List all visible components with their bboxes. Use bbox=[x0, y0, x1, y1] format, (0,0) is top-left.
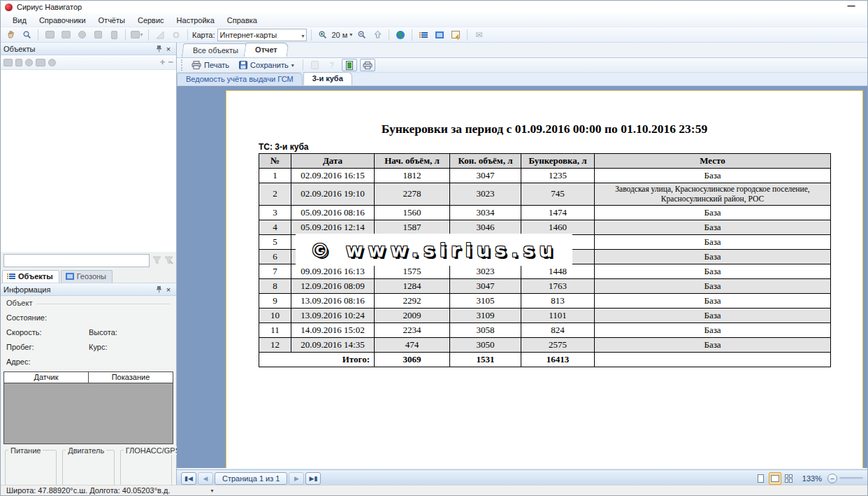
table-cell: 12 bbox=[259, 337, 291, 352]
table-cell: База bbox=[595, 220, 831, 234]
table-cell: База bbox=[595, 264, 831, 278]
pin-icon[interactable] bbox=[154, 44, 164, 54]
zoom-scale-dropdown-icon[interactable]: ▾ bbox=[349, 31, 352, 38]
table-col-header: Кон. объём, л bbox=[450, 154, 521, 169]
menu-view[interactable]: Вид bbox=[6, 14, 33, 27]
table-cell: 1284 bbox=[375, 278, 450, 293]
report-status-bar: ▮◀ ◀ Страница 1 из 1 ▶ ▶▮ 133% − bbox=[177, 469, 867, 486]
table-cell: 09.09.2016 16:13 bbox=[291, 264, 375, 278]
collapse-all-icon[interactable]: − bbox=[168, 59, 173, 66]
table-cell: 1474 bbox=[521, 205, 595, 220]
report-title: Бункеровки за период с 01.09.2016 00:00 … bbox=[226, 122, 862, 136]
report-toolbar: Печать Сохранить ▾ ? bbox=[177, 58, 867, 73]
prev-page-button[interactable]: ◀ bbox=[198, 472, 213, 485]
menu-service[interactable]: Сервис bbox=[131, 14, 171, 27]
table-cell: 3047 bbox=[450, 278, 521, 293]
image-select-icon bbox=[43, 29, 57, 41]
table-col-header: Дата bbox=[291, 154, 375, 169]
report-subtitle: ТС: 3-и куба bbox=[259, 142, 862, 152]
zoom-out-button[interactable]: − bbox=[827, 474, 837, 483]
status-dropdown-icon[interactable]: ▾ bbox=[210, 488, 213, 494]
clear-filter-icon bbox=[164, 256, 173, 264]
page-view-button[interactable] bbox=[342, 59, 357, 71]
menu-help[interactable]: Справка bbox=[221, 14, 263, 27]
pan-hand-icon[interactable] bbox=[3, 29, 17, 41]
total-label: Итого: bbox=[259, 352, 375, 367]
vehicle-icon bbox=[36, 59, 45, 66]
print-button[interactable]: Печать bbox=[188, 59, 233, 71]
object-filter-input[interactable] bbox=[3, 254, 150, 267]
edit-notes-icon[interactable] bbox=[449, 29, 463, 41]
print-setup-button[interactable] bbox=[360, 59, 375, 71]
table-row: 812.09.2016 08:09128430471763База bbox=[259, 278, 831, 293]
report-page: Бункеровки за период с 01.09.2016 00:00 … bbox=[226, 90, 863, 468]
table-cell: База bbox=[595, 249, 831, 264]
main-tab-strip: Все объекты Отчет bbox=[177, 43, 867, 58]
tab-geozones[interactable]: Геозоны bbox=[61, 270, 113, 283]
close-icon[interactable]: × bbox=[164, 285, 173, 295]
tab-3i-kuba[interactable]: 3-и куба bbox=[303, 72, 352, 85]
zoom-out-icon[interactable] bbox=[354, 29, 368, 41]
report-table-body: 102.09.2016 16:15181230471235База202.09.… bbox=[259, 169, 831, 367]
tab-report[interactable]: Отчет bbox=[243, 43, 289, 57]
table-cell: 824 bbox=[521, 323, 595, 337]
table-cell: 745 bbox=[521, 183, 595, 206]
multi-page-view-icon[interactable] bbox=[783, 472, 795, 485]
track-globe-icon bbox=[25, 59, 33, 66]
table-cell: База bbox=[595, 323, 831, 337]
table-cell: 2234 bbox=[375, 323, 450, 337]
search-row bbox=[1, 252, 176, 269]
menu-settings[interactable]: Настройка bbox=[171, 14, 221, 27]
home-icon[interactable] bbox=[370, 29, 384, 41]
close-icon[interactable]: × bbox=[164, 44, 173, 54]
course-label: Курс: bbox=[89, 343, 107, 351]
map-select[interactable]: Интернет-карты ▾ bbox=[217, 29, 307, 41]
tab-fuel-sheet[interactable]: Ведомость учёта выдачи ГСМ bbox=[177, 73, 303, 85]
search-icon[interactable] bbox=[20, 29, 34, 41]
report-viewport[interactable]: Бункеровки за период с 01.09.2016 00:00 … bbox=[177, 86, 867, 468]
app-logo-icon bbox=[5, 3, 13, 11]
info-panel-header: Информация × bbox=[1, 283, 176, 296]
last-page-button[interactable]: ▶▮ bbox=[305, 472, 321, 485]
single-page-view-icon[interactable] bbox=[755, 472, 767, 485]
table-cell: 3034 bbox=[450, 205, 521, 220]
table-cell: 13.09.2016 08:16 bbox=[291, 293, 375, 308]
table-cell: 1460 bbox=[521, 220, 595, 234]
zoom-slider[interactable] bbox=[839, 477, 863, 479]
table-cell: База bbox=[595, 169, 831, 183]
flag-icon bbox=[107, 29, 121, 41]
power-group: Питание bbox=[5, 450, 57, 486]
save-label: Сохранить bbox=[250, 61, 289, 69]
objects-toolbar: + − bbox=[1, 55, 176, 70]
save-button[interactable]: Сохранить ▾ bbox=[236, 59, 298, 71]
watermark: © www.sirius.su bbox=[296, 234, 572, 266]
pin-icon[interactable] bbox=[154, 285, 164, 295]
minimize-button[interactable]: — bbox=[845, 2, 858, 10]
tab-all-objects[interactable]: Все объекты bbox=[182, 43, 250, 57]
zoom-percent: 133% bbox=[802, 474, 822, 483]
object-group-label: Объект bbox=[6, 299, 32, 307]
first-page-button[interactable]: ▮◀ bbox=[181, 472, 196, 485]
menu-reports[interactable]: Отчёты bbox=[92, 14, 131, 27]
geozone-icon[interactable] bbox=[433, 29, 447, 41]
expand-all-icon[interactable]: + bbox=[160, 59, 166, 66]
menu-directories[interactable]: Справочники bbox=[33, 14, 92, 27]
tab-objects[interactable]: Объекты bbox=[2, 270, 59, 283]
save-dropdown-icon[interactable]: ▾ bbox=[291, 62, 294, 69]
tab-3i-kuba-label: 3-и куба bbox=[312, 74, 343, 83]
fit-width-view-icon[interactable] bbox=[769, 472, 781, 485]
table-cell: База bbox=[595, 308, 831, 323]
export-icon bbox=[308, 59, 322, 71]
geozone-square-icon bbox=[66, 273, 74, 280]
globe-icon[interactable] bbox=[393, 29, 407, 41]
link-icon bbox=[15, 59, 22, 66]
object-list-icon[interactable] bbox=[417, 29, 431, 41]
table-cell: 1101 bbox=[521, 308, 595, 323]
total-value: 1531 bbox=[450, 352, 521, 367]
zoom-scale-value[interactable]: 20 м bbox=[332, 31, 348, 39]
table-cell: 2278 bbox=[375, 183, 450, 206]
next-page-button[interactable]: ▶ bbox=[289, 472, 304, 485]
objects-list[interactable] bbox=[1, 70, 176, 252]
zoom-in-icon[interactable] bbox=[316, 29, 330, 41]
glonass-group: ГЛОНАСС/GPS bbox=[120, 450, 172, 486]
